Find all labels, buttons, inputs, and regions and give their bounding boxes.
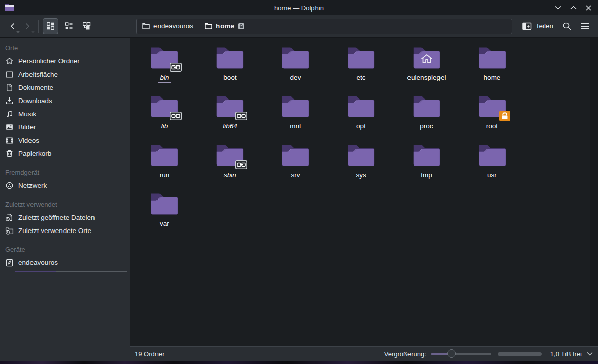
- folder-item-sys[interactable]: sys: [328, 143, 394, 192]
- sidebar-item-desktop[interactable]: Arbeitsfläche: [0, 68, 130, 81]
- dolphin-window: home — Dolphin: [0, 0, 598, 364]
- item-count-label: 19 Ordner: [135, 350, 165, 358]
- folder-item-srv[interactable]: srv: [263, 143, 328, 192]
- sidebar-item-home[interactable]: Persönlicher Ordner: [0, 54, 130, 68]
- folder-item-etc[interactable]: etc: [328, 46, 394, 94]
- folder-item-boot[interactable]: boot: [197, 46, 263, 94]
- harddrive-icon: [5, 258, 14, 267]
- sidebar-item-network[interactable]: Netzwerk: [0, 179, 130, 192]
- document-icon: [5, 83, 14, 92]
- minimize-icon[interactable]: [551, 1, 564, 14]
- folder-label: sbin: [224, 171, 236, 179]
- breadcrumb-root-label: endeavouros: [153, 22, 193, 30]
- video-icon: [5, 136, 14, 145]
- image-icon: [5, 123, 14, 131]
- breadcrumb-root[interactable]: endeavouros: [137, 19, 199, 34]
- close-icon[interactable]: [582, 1, 595, 14]
- folder-icon: [150, 143, 179, 168]
- back-dropdown-icon[interactable]: [16, 31, 20, 34]
- sidebar-item-trash[interactable]: Papierkorb: [0, 147, 130, 160]
- tree-view-button[interactable]: [79, 18, 95, 34]
- toolbar: endeavouros home: [0, 15, 598, 38]
- folder-item-lib[interactable]: lib: [132, 94, 197, 143]
- breadcrumb-current-label: home: [216, 22, 234, 30]
- free-space-bar: [498, 352, 542, 356]
- folder-icon: [478, 143, 507, 168]
- folder-icon: [281, 46, 310, 71]
- vertical-scrollbar[interactable]: [590, 38, 598, 346]
- zoom-slider[interactable]: [431, 349, 491, 358]
- download-icon: [5, 96, 14, 105]
- folder-item-mnt[interactable]: mnt: [263, 94, 328, 143]
- statusbar: 19 Ordner Vergrößerung: 1,0 TiB frei: [130, 346, 598, 361]
- desktop-icon: [5, 70, 14, 79]
- folder-view[interactable]: bin boot dev etc: [130, 38, 598, 346]
- folder-label: usr: [487, 171, 497, 179]
- folder-label: dev: [290, 74, 301, 81]
- folder-label: eulenspiegel: [407, 74, 446, 81]
- symlink-emblem-icon: [170, 112, 182, 120]
- trash-icon: [5, 149, 14, 158]
- folder-label: lib: [161, 122, 168, 130]
- folder-item-opt[interactable]: opt: [328, 94, 394, 143]
- share-button[interactable]: Teilen: [519, 20, 556, 32]
- folder-item-root[interactable]: root: [459, 94, 525, 143]
- sidebar-item-device-endeavouros[interactable]: endeavouros: [0, 256, 130, 269]
- sidebar-item-documents[interactable]: Dokumente: [0, 81, 130, 94]
- folder-item-eulenspiegel[interactable]: eulenspiegel: [394, 46, 459, 94]
- folder-item-run[interactable]: run: [132, 143, 197, 192]
- folder-item-dev[interactable]: dev: [263, 46, 328, 94]
- folder-item-proc[interactable]: proc: [394, 94, 459, 143]
- section-header-recent: Zuletzt verwendet: [0, 198, 130, 211]
- folder-label: sys: [356, 171, 366, 179]
- zoom-label: Vergrößerung:: [384, 350, 426, 358]
- folder-label: run: [160, 171, 170, 179]
- home-emblem-icon: [420, 53, 433, 64]
- folder-item-sbin[interactable]: sbin: [197, 143, 263, 192]
- folder-item-bin[interactable]: bin: [132, 46, 197, 94]
- maximize-icon[interactable]: [566, 1, 580, 14]
- folder-item-usr[interactable]: usr: [459, 143, 525, 192]
- search-button[interactable]: [559, 19, 575, 34]
- window-title: home — Dolphin: [0, 4, 598, 12]
- sidebar-item-downloads[interactable]: Downloads: [0, 94, 130, 107]
- sidebar-item-recent-files[interactable]: Zuletzt geöffnete Dateien: [0, 211, 130, 224]
- back-button[interactable]: [5, 18, 20, 35]
- toolbar-separator: [38, 20, 39, 33]
- folder-icon: [281, 143, 310, 168]
- free-space-label: 1,0 TiB frei: [550, 350, 582, 358]
- breadcrumb-current[interactable]: home: [199, 19, 250, 34]
- free-space-chevron-icon[interactable]: [587, 352, 593, 356]
- sidebar-item-label: Zuletzt verwendete Orte: [18, 227, 91, 235]
- folder-icon: [150, 192, 179, 217]
- sidebar-item-pictures[interactable]: Bilder: [0, 120, 130, 134]
- forward-button[interactable]: [20, 18, 36, 35]
- folder-icon: [150, 94, 179, 119]
- folder-item-var[interactable]: var: [132, 192, 197, 241]
- folder-label: var: [160, 220, 169, 227]
- forward-dropdown-icon[interactable]: [31, 31, 35, 34]
- window-controls: [551, 0, 595, 15]
- folder-item-lib64[interactable]: lib64: [197, 94, 263, 143]
- folder-item-tmp[interactable]: tmp: [394, 143, 459, 192]
- zoom-slider-handle[interactable]: [447, 349, 456, 358]
- folder-icon: [478, 46, 507, 71]
- places-panel: Orte Persönlicher Ordner Arbeitsfläche D…: [0, 38, 130, 361]
- folder-item-home[interactable]: home: [459, 46, 525, 94]
- folder-label: opt: [356, 122, 366, 130]
- sidebar-item-videos[interactable]: Videos: [0, 134, 130, 147]
- details-view-button[interactable]: [61, 18, 77, 34]
- sidebar-item-label: Netzwerk: [18, 182, 47, 189]
- sidebar-item-recent-places[interactable]: Zuletzt verwendete Orte: [0, 224, 130, 237]
- sidebar-item-label: Musik: [18, 110, 36, 118]
- sidebar-item-label: Videos: [18, 137, 39, 144]
- symlink-emblem-icon: [170, 63, 182, 72]
- folder-icon: [347, 94, 376, 119]
- device-usage-fill: [15, 271, 56, 272]
- locked-emblem-icon: [238, 23, 245, 30]
- search-icon: [562, 22, 572, 31]
- sidebar-item-music[interactable]: Musik: [0, 107, 130, 120]
- icons-view-button[interactable]: [43, 18, 58, 34]
- folder-label: root: [486, 122, 498, 130]
- hamburger-menu-button[interactable]: [578, 19, 593, 34]
